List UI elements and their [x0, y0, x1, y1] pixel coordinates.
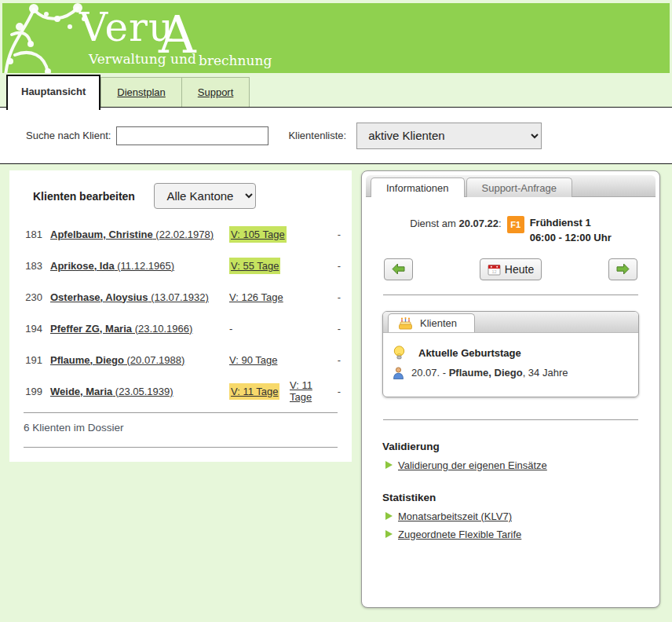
- section-link[interactable]: Monatsarbeitszeit (KLV7): [398, 510, 512, 522]
- client-birthdate: (23.10.1966): [132, 323, 192, 335]
- duty-date: 20.07.22: [458, 218, 499, 229]
- statistics-section: Statistiken Monatsarbeitszeit (KLV7)Zuge…: [382, 492, 639, 540]
- triangle-bullet-icon: [385, 461, 393, 469]
- client-birthdate: (22.02.1978): [153, 229, 214, 240]
- client-v1-link[interactable]: V: 90 Tage: [229, 354, 277, 366]
- main-tab-bar: Hauptansicht Dienstplan Support: [0, 73, 672, 107]
- client-birthdate: (13.07.1932): [148, 291, 209, 303]
- client-v1-link[interactable]: V: 11 Tage: [229, 383, 279, 400]
- next-day-button[interactable]: [608, 258, 637, 280]
- divider: [24, 447, 338, 448]
- client-name-link[interactable]: Apfelbaum, Christine (22.02.1978): [50, 229, 229, 240]
- lightbulb-icon: [393, 346, 406, 360]
- app-header: Veru A Verwaltung und brechnung: [2, 3, 670, 73]
- client-name-link[interactable]: Weide, Maria (23.05.1939): [50, 386, 229, 397]
- statistics-links: Monatsarbeitszeit (KLV7)Zugeordnete Flex…: [382, 510, 639, 540]
- tab-label: Support: [198, 86, 234, 98]
- canton-filter-select[interactable]: Alle Kantone: [154, 183, 256, 209]
- client-name-link[interactable]: Aprikose, Ida (11.12.1965): [50, 260, 229, 272]
- shift-time: 06:00 - 12:00 Uhr: [530, 231, 612, 246]
- tab-support[interactable]: Support: [182, 77, 250, 107]
- client-name: Pflaume, Diego: [50, 354, 124, 366]
- client-row: 199Weide, Maria (23.05.1939)V: 11 TageV:…: [24, 375, 341, 407]
- main-content: Klienten bearbeiten Alle Kantone 181Apfe…: [0, 164, 672, 608]
- info-panel: Informationen Support-Anfrage Dienst am …: [361, 170, 660, 608]
- tab-label: Hauptansicht: [21, 86, 86, 97]
- client-birthdate: (20.07.1988): [124, 354, 184, 366]
- tab-support-anfrage[interactable]: Support-Anfrage: [466, 177, 572, 197]
- client-dash: -: [330, 260, 341, 272]
- client-id: 230: [24, 291, 42, 303]
- client-row: 183Aprikose, Ida (11.12.1965)V: 55 Tage-: [24, 250, 341, 281]
- client-v1-cell: V: 55 Tage: [229, 260, 287, 272]
- client-dash: -: [330, 229, 341, 240]
- birthday-entry: 20.07. - Pflaume, Diego, 34 Jahre: [411, 367, 568, 379]
- birthday-age: , 34 Jahre: [523, 367, 568, 379]
- client-v1-cell: V: 90 Tage: [229, 354, 287, 366]
- svg-text:12: 12: [491, 269, 496, 273]
- birthdays-title: Aktuelle Geburtstage: [418, 347, 521, 359]
- client-search-input[interactable]: [116, 126, 268, 145]
- client-id: 181: [24, 229, 42, 240]
- bullet-link-row: Monatsarbeitszeit (KLV7): [385, 510, 639, 522]
- statistics-section-title: Statistiken: [382, 492, 639, 503]
- client-dash: -: [330, 291, 341, 303]
- calendar-icon: 12: [488, 263, 501, 276]
- triangle-bullet-icon: [385, 530, 393, 538]
- tab-klienten[interactable]: Klienten: [388, 313, 475, 332]
- client-v1-link[interactable]: V: 105 Tage: [229, 226, 287, 243]
- client-dash: -: [330, 354, 341, 366]
- client-v2-link[interactable]: V: 11 Tage: [290, 379, 312, 403]
- tab-dienstplan[interactable]: Dienstplan: [100, 77, 181, 107]
- birthday-cake-icon: [398, 317, 413, 330]
- klienten-box-tab-bar: Klienten: [383, 312, 638, 333]
- shift-badge: F1: [507, 216, 524, 233]
- client-dash: -: [330, 386, 341, 397]
- client-name: Apfelbaum, Christine: [50, 229, 153, 240]
- divider: [383, 295, 638, 295]
- section-link[interactable]: Zugeordnete Flexible Tarife: [398, 529, 521, 540]
- divider: [383, 419, 638, 420]
- tab-label: Dienstplan: [117, 86, 165, 98]
- validation-links: Validierung der eigenen Einsätze: [382, 459, 639, 471]
- birthday-date: 20.07. -: [411, 367, 449, 379]
- client-list-select[interactable]: aktive Klienten: [356, 123, 542, 149]
- validation-section-title: Validierung: [382, 441, 639, 452]
- client-name: Osterhase, Aloysius: [50, 291, 148, 303]
- tab-label: Support-Anfrage: [482, 182, 557, 194]
- today-button[interactable]: 12 Heute: [480, 258, 542, 280]
- klienten-box: Klienten Aktuelle Geburtstage: [382, 311, 639, 397]
- client-v1-link[interactable]: V: 55 Tage: [229, 258, 280, 274]
- client-v1-cell: V: 126 Tage: [229, 291, 287, 303]
- client-name-link[interactable]: Pflaume, Diego (20.07.1988): [50, 354, 229, 366]
- client-name-link[interactable]: Pfeffer ZG, Maria (23.10.1966): [50, 323, 229, 335]
- klienten-box-tab-label: Klienten: [420, 317, 457, 329]
- clients-panel-header: Klienten bearbeiten Alle Kantone: [33, 183, 341, 209]
- info-tab-bar: Informationen Support-Anfrage: [366, 175, 656, 197]
- client-list: 181Apfelbaum, Christine (22.02.1978)V: 1…: [24, 218, 341, 407]
- client-name: Weide, Maria: [50, 386, 112, 397]
- client-row: 191Pflaume, Diego (20.07.1988)V: 90 Tage…: [24, 344, 341, 375]
- today-button-label: Heute: [505, 263, 534, 276]
- client-birthdate: (11.12.1965): [115, 260, 174, 272]
- logo-subtitle-left: Verwaltung und: [89, 51, 196, 67]
- arrow-left-icon: [392, 263, 405, 275]
- client-id: 191: [24, 354, 42, 366]
- client-row: 230Osterhase, Aloysius (13.07.1932)V: 12…: [24, 281, 341, 313]
- client-v1-link[interactable]: V: 126 Tage: [229, 291, 283, 303]
- client-count-footer: 6 Klienten im Dossier: [24, 413, 341, 441]
- client-row: 194Pfeffer ZG, Maria (23.10.1966)--: [24, 313, 341, 344]
- section-link[interactable]: Validierung der eigenen Einsätze: [398, 459, 547, 471]
- client-v2-cell: V: 11 Tage: [287, 379, 330, 403]
- tab-hauptansicht[interactable]: Hauptansicht: [6, 75, 100, 110]
- prev-day-button[interactable]: [384, 258, 413, 280]
- client-name-link[interactable]: Osterhase, Aloysius (13.07.1932): [50, 291, 229, 303]
- tab-informationen[interactable]: Informationen: [371, 177, 465, 197]
- client-id: 194: [24, 323, 42, 335]
- birthdays-header-row: Aktuelle Geburtstage: [393, 346, 629, 360]
- page: Veru A Verwaltung und brechnung Hauptans…: [0, 3, 672, 622]
- client-name: Pfeffer ZG, Maria: [50, 323, 132, 335]
- clients-panel: Klienten bearbeiten Alle Kantone 181Apfe…: [9, 170, 352, 462]
- client-v1-cell: V: 11 Tage: [229, 386, 287, 397]
- client-row: 181Apfelbaum, Christine (22.02.1978)V: 1…: [24, 218, 341, 250]
